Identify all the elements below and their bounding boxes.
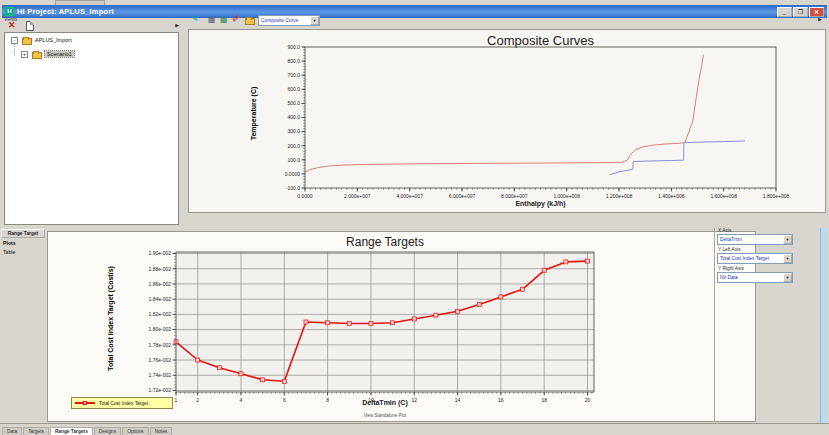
project-tree-panel: Views ✕ ▶ - APLUS_Import + Scenario1 [2, 18, 183, 227]
tab-notes[interactable]: Notes [150, 427, 173, 435]
tab-data[interactable]: Data [2, 427, 22, 435]
plot-type-dropdown[interactable]: Composite Curve ▼ [258, 15, 320, 26]
sidebar-item-table[interactable]: Table [3, 249, 15, 255]
x-tick-label: 6 [283, 397, 286, 403]
data-point-marker [456, 309, 460, 313]
tree-root-label[interactable]: APLUS_Import [35, 37, 72, 43]
tree-item-scenario1[interactable]: Scenario1 [45, 51, 74, 57]
close-button[interactable]: ✕ [809, 7, 824, 17]
x-tick-label: 2 [196, 397, 199, 403]
tree-root-toggle[interactable]: - [11, 37, 18, 44]
chevron-down-icon[interactable]: ▼ [783, 273, 792, 282]
series-hot_composite [305, 55, 704, 172]
chevron-down-icon[interactable]: ▼ [783, 254, 792, 263]
sidebar-item-plots[interactable]: Plots [3, 240, 16, 246]
bottom-tab-bar: Data Targets Range Targets Designs Optio… [0, 423, 829, 435]
composite-curves-plot: 0.00002.000e+0074.000e+0076.000e+0078.00… [189, 30, 825, 212]
data-point-marker [477, 303, 481, 307]
plot-background [176, 252, 594, 392]
x-axis-field-label: X Axis [718, 228, 731, 233]
y-tick-label: 0.0000 [285, 171, 301, 177]
x-tick-label: 2.000e+007 [344, 193, 371, 199]
y-left-axis-value: Total Cost Index Target [718, 256, 783, 261]
y-tick-label: -100.0 [286, 185, 300, 191]
maximize-button[interactable]: ❐ [793, 7, 808, 17]
tree-child-toggle[interactable]: + [21, 51, 28, 58]
x-tick-label: 1.200e+008 [606, 193, 633, 199]
folder-icon [22, 38, 32, 45]
options-panel-divider [714, 228, 715, 422]
chevron-down-icon[interactable]: ▼ [310, 16, 319, 25]
x-tick-label: 16 [498, 397, 504, 403]
x-axis-dropdown[interactable]: DeltaTmin ▼ [717, 234, 793, 245]
tab-designs[interactable]: Designs [94, 427, 121, 435]
x-tick-label: 12 [411, 397, 417, 403]
tab-range-targets[interactable]: Range Targets [50, 427, 93, 435]
folder-icon [32, 52, 42, 59]
x-tick-label: 1.400e+008 [658, 193, 685, 199]
x-tick-label: 4 [240, 397, 243, 403]
panel-splitter[interactable] [183, 18, 186, 227]
minimize-button[interactable]: _ [777, 7, 792, 17]
data-point-marker [347, 322, 351, 326]
range-target-pane-header: Range Target [1, 229, 45, 238]
tab-targets[interactable]: Targets [23, 427, 49, 435]
y-tick-label: 1.78e-002 [148, 342, 171, 348]
composite-curves-pane: Composite Curves Temperature (C) Enthalp… [188, 29, 826, 213]
range-targets-plot: 124681012141618201.72e-0021.74e-0021.76e… [48, 232, 755, 421]
data-point-marker [217, 366, 221, 370]
y-tick-label: 1.88e-002 [148, 266, 171, 272]
x-tick-label: 20 [585, 397, 591, 403]
x-tick-label: 14 [455, 397, 461, 403]
x-tick-label: 18 [541, 397, 547, 403]
new-document-icon[interactable] [26, 21, 34, 31]
delete-icon[interactable]: ✕ [8, 20, 16, 30]
series-cold_composite [610, 141, 745, 175]
grid-view-icon[interactable]: ▦ [220, 15, 228, 25]
data-point-marker [369, 322, 373, 326]
y-tick-label: 600.0 [287, 86, 300, 92]
x-tick-label: 6.000e+007 [449, 193, 476, 199]
y-tick-label: 300.0 [287, 128, 300, 134]
y-left-axis-field-label: Y Left Axis [718, 247, 741, 252]
y-right-axis-value: No Data [718, 275, 783, 280]
plot-type-value: Composite Curve [259, 18, 310, 23]
table-import-icon[interactable]: ▦ [208, 15, 216, 25]
plot-border [305, 47, 776, 188]
x-tick-label: 4.000e+007 [396, 193, 423, 199]
folder-icon[interactable] [245, 18, 255, 25]
y-tick-label: 1.80e-002 [148, 326, 171, 332]
y-tick-label: 500.0 [287, 100, 300, 106]
data-point-marker [326, 321, 330, 325]
panel-expander-icon[interactable]: ▶ [175, 22, 179, 28]
y-left-axis-dropdown[interactable]: Total Cost Index Target ▼ [717, 253, 793, 264]
y-tick-label: 1.84e-002 [148, 296, 171, 302]
x-tick-label: 1.600e+008 [710, 193, 737, 199]
data-point-marker [586, 259, 590, 263]
title-bar: H HI Project: APLUS_Import _ ❐ ✕ [2, 5, 827, 18]
y-tick-label: 1.86e-002 [148, 281, 171, 287]
y-tick-label: 900.0 [287, 44, 300, 50]
range-targets-pane: Range Targets Total Cost Index Target (C… [47, 231, 756, 422]
x-tick-label: 8 [326, 397, 329, 403]
data-point-marker [282, 379, 286, 383]
x-axis-value: DeltaTmin [718, 237, 783, 242]
y-tick-label: 400.0 [287, 114, 300, 120]
chevron-down-icon[interactable]: ▼ [783, 235, 792, 244]
y-tick-label: 700.0 [287, 72, 300, 78]
y-tick-label: 1.90e-002 [148, 250, 171, 256]
top-panel-expander-icon[interactable]: ▶ [818, 16, 822, 22]
tab-options[interactable]: Options [122, 427, 149, 435]
data-point-marker [412, 317, 416, 321]
data-point-marker [304, 320, 308, 324]
data-point-marker [239, 372, 243, 376]
y-right-axis-field-label: Y Right Axis [718, 266, 744, 271]
edit-pen-icon[interactable]: ✐ [232, 14, 240, 24]
pen-tool-icon[interactable]: ✎ [191, 14, 199, 24]
app-icon: H [5, 7, 14, 16]
data-point-marker [391, 321, 395, 325]
y-right-axis-dropdown[interactable]: No Data ▼ [717, 272, 793, 283]
x-tick-label: 8.000e+007 [501, 193, 528, 199]
y-tick-label: 1.82e-002 [148, 311, 171, 317]
y-tick-label: 100.0 [287, 157, 300, 163]
